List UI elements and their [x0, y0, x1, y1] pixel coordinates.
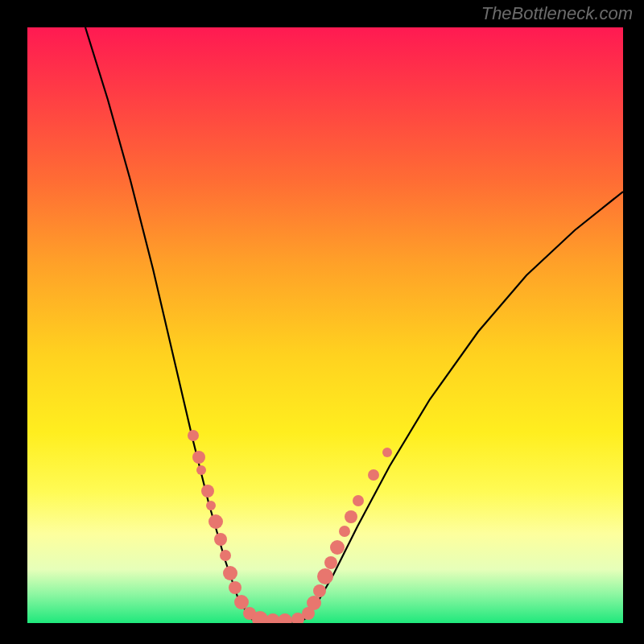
- config-dot: [307, 596, 321, 610]
- config-dot: [368, 469, 379, 481]
- config-dot: [220, 550, 231, 561]
- dot-cluster-left: [188, 430, 304, 623]
- curve-right: [305, 192, 623, 619]
- curve-left: [85, 27, 251, 619]
- config-dot: [234, 595, 249, 609]
- config-dot: [188, 430, 199, 441]
- config-dot: [192, 451, 205, 464]
- config-dot: [278, 613, 292, 623]
- config-dot: [353, 495, 364, 506]
- config-dot: [214, 533, 227, 546]
- config-dot: [223, 566, 237, 580]
- bottleneck-chart: [27, 27, 623, 623]
- dot-cluster-right: [302, 448, 392, 620]
- config-dot: [382, 448, 392, 457]
- watermark: TheBottleneck.com: [481, 3, 633, 24]
- config-dot: [317, 568, 333, 584]
- config-dot: [339, 526, 350, 537]
- config-dot: [206, 501, 216, 510]
- config-dot: [196, 465, 206, 475]
- config-dot: [208, 514, 223, 529]
- config-dot: [313, 584, 326, 597]
- config-dot: [345, 510, 357, 523]
- config-dot: [229, 581, 242, 594]
- config-dot: [330, 540, 345, 555]
- config-dot: [201, 485, 214, 497]
- config-dot: [324, 556, 337, 569]
